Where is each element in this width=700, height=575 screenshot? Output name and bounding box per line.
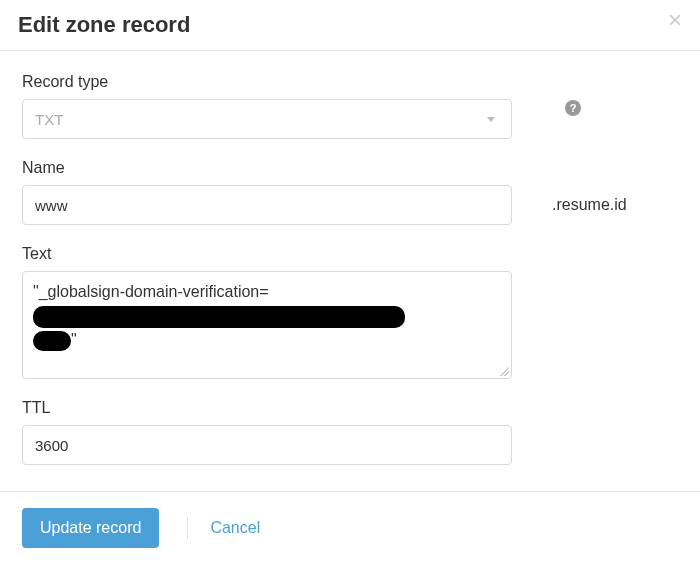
ttl-label: TTL (22, 399, 678, 417)
edit-zone-record-modal: Edit zone record × Record type TXT ? Nam… (0, 0, 700, 575)
record-type-group: Record type TXT ? (22, 73, 678, 139)
svg-text:?: ? (570, 102, 577, 114)
redacted-value-2 (33, 331, 71, 351)
text-suffix: " (71, 331, 77, 348)
record-type-value: TXT (35, 111, 63, 128)
resize-handle-icon[interactable] (499, 366, 509, 376)
name-input[interactable] (22, 185, 512, 225)
modal-body: Record type TXT ? Name .resume.id (0, 51, 700, 492)
footer-divider (187, 517, 188, 539)
name-suffix: .resume.id (552, 196, 627, 214)
help-icon[interactable]: ? (564, 99, 582, 117)
ttl-group: TTL (22, 399, 678, 465)
close-icon[interactable]: × (668, 8, 682, 32)
ttl-input[interactable] (22, 425, 512, 465)
update-record-button[interactable]: Update record (22, 508, 159, 548)
name-group: Name .resume.id (22, 159, 678, 225)
text-prefix: "_globalsign-domain-verification= (33, 283, 269, 300)
redacted-value-1 (33, 306, 405, 328)
text-textarea[interactable]: "_globalsign-domain-verification= " (22, 271, 512, 379)
modal-footer: Update record Cancel (0, 492, 700, 564)
modal-title: Edit zone record (18, 12, 190, 38)
text-label: Text (22, 245, 678, 263)
record-type-select[interactable]: TXT (22, 99, 512, 139)
modal-header: Edit zone record × (0, 0, 700, 51)
name-label: Name (22, 159, 678, 177)
cancel-button[interactable]: Cancel (210, 519, 260, 537)
text-group: Text "_globalsign-domain-verification= " (22, 245, 678, 379)
record-type-label: Record type (22, 73, 678, 91)
chevron-down-icon (487, 117, 495, 122)
